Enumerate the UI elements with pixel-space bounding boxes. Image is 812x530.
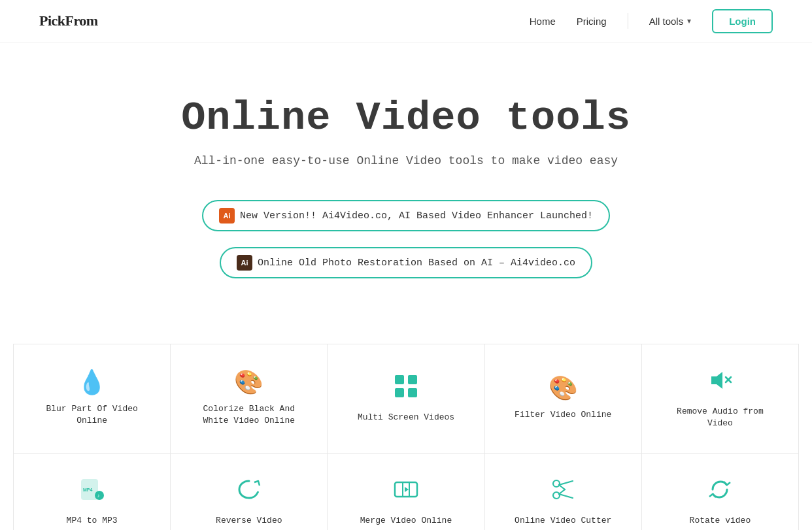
svg-rect-3 [408,388,417,397]
nav-pricing[interactable]: Pricing [577,16,607,27]
navbar-left: PickFrom [39,12,98,29]
rotate-video-label: Rotate video [690,515,751,527]
navbar-right: Home Pricing All tools ▾ Login [530,9,773,33]
ai-badge-2: Ai [237,255,252,271]
login-button[interactable]: Login [712,9,773,33]
tool-blur-video[interactable]: 💧 Blur Part Of VideoOnline [14,344,171,454]
banner-text-2: Online Old Photo Restoration Based on AI… [258,257,575,269]
banner-text-1: New Version!! Ai4Video.co, AI Based Vide… [240,210,593,222]
filter-video-icon: 🎨 [549,376,578,400]
multi-screen-label: Multi Screen Videos [358,412,454,423]
svg-line-19 [559,485,565,489]
video-cutter-icon [550,477,575,506]
video-cutter-label: Online Video Cutter [515,515,611,527]
logo[interactable]: PickFrom [39,12,98,29]
hero-title: Online Video tools [13,95,799,141]
reverse-video-label: Reverse Video [216,515,282,527]
nav-divider [628,13,628,29]
ai-badge-1: Ai [219,208,235,224]
svg-text:♪: ♪ [97,493,99,499]
tool-video-cutter[interactable]: Online Video Cutter [485,454,642,530]
svg-line-18 [559,494,573,498]
tool-merge-video[interactable]: Merge Video Online [328,454,484,530]
hero-subtitle: All-in-one easy-to-use Online Video tool… [13,154,799,167]
colorize-video-icon: 🎨 [234,371,263,394]
svg-marker-14 [405,487,409,492]
all-tools-label: All tools [649,16,684,27]
mp4-to-mp3-icon: MP4 ♪ [80,477,105,506]
svg-text:MP4: MP4 [83,488,93,492]
tool-filter-video[interactable]: 🎨 Filter Video Online [485,344,642,454]
svg-line-17 [559,481,573,485]
svg-point-15 [553,480,560,487]
tool-reverse-video[interactable]: Reverse Video [171,454,328,530]
tool-mp4-to-mp3[interactable]: MP4 ♪ MP4 to MP3 [14,454,171,530]
reverse-video-icon [237,477,262,506]
merge-video-label: Merge Video Online [360,515,452,527]
banner-2[interactable]: Ai Online Old Photo Restoration Based on… [220,247,592,278]
hero-section: Online Video tools All-in-one easy-to-us… [0,42,812,344]
banners-container: Ai New Version!! Ai4Video.co, AI Based V… [13,200,799,278]
filter-video-label: Filter Video Online [515,409,611,421]
multi-screen-icon [394,374,418,403]
tool-multi-screen[interactable]: Multi Screen Videos [328,344,484,454]
tool-grid: 💧 Blur Part Of VideoOnline 🎨 Colorize Bl… [13,344,799,530]
all-tools-button[interactable]: All tools ▾ [649,16,692,27]
navbar: PickFrom Home Pricing All tools ▾ Login [0,0,812,42]
nav-home[interactable]: Home [530,16,556,27]
banner-1[interactable]: Ai New Version!! Ai4Video.co, AI Based V… [202,200,610,231]
svg-line-20 [559,489,565,494]
svg-rect-2 [395,388,404,397]
tool-colorize-video[interactable]: 🎨 Colorize Black AndWhite Video Online [171,344,328,454]
svg-rect-0 [395,375,404,384]
tool-remove-audio[interactable]: Remove Audio fromVideo [642,344,799,454]
blur-video-label: Blur Part Of VideoOnline [46,403,137,427]
blur-video-icon: 💧 [77,371,107,394]
tool-rotate-video[interactable]: Rotate video [642,454,799,530]
chevron-down-icon: ▾ [687,16,691,25]
mp4-to-mp3-label: MP4 to MP3 [67,515,118,527]
remove-audio-icon [707,368,732,397]
svg-point-16 [553,492,560,499]
rotate-video-icon [707,477,732,506]
remove-audio-label: Remove Audio fromVideo [677,406,764,429]
colorize-video-label: Colorize Black AndWhite Video Online [203,403,295,427]
svg-marker-4 [711,372,722,389]
merge-video-icon [394,477,418,506]
svg-rect-1 [408,375,417,384]
